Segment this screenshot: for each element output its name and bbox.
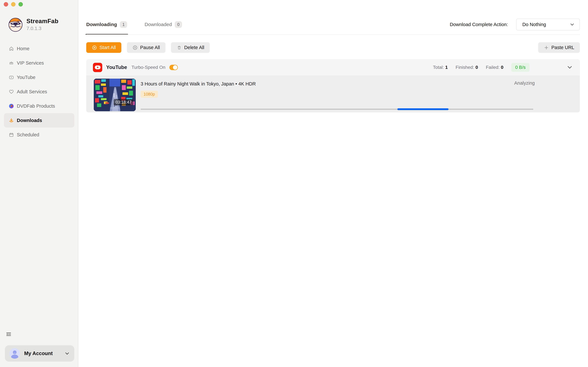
- window-controls: [4, 2, 23, 7]
- download-complete-action: Download Complete Action: Do Nothing: [450, 19, 580, 30]
- group-stats: Total:1 Finished:0 Failed:0 0 B/s: [433, 63, 573, 72]
- close-window-button[interactable]: [4, 2, 8, 7]
- quality-badge: 1080p: [141, 91, 158, 98]
- pause-circle-icon: [132, 45, 138, 50]
- my-account-button[interactable]: My Account: [5, 345, 74, 362]
- tab-downloading-count-badge: 1: [120, 21, 127, 28]
- tab-downloaded-count-badge: 0: [175, 21, 182, 28]
- sidebar-item-vip-services[interactable]: VIP Services: [4, 56, 74, 70]
- minimize-window-button[interactable]: [11, 2, 16, 7]
- pause-all-label: Pause All: [140, 45, 160, 50]
- streamfab-logo-icon: [8, 17, 23, 32]
- progress-segment: [398, 108, 449, 110]
- turbo-speed-toggle[interactable]: [169, 65, 178, 70]
- streamfab-window: StreamFab 7.0.1.3 Home VIP Services: [0, 0, 588, 367]
- download-complete-action-label: Download Complete Action:: [450, 22, 508, 27]
- video-thumbnail: 03:18:47: [94, 79, 136, 111]
- sidebar-item-home[interactable]: Home: [4, 42, 74, 56]
- tab-downloaded-label: Downloaded: [145, 22, 172, 27]
- tabs-underline-track: [86, 34, 580, 35]
- calendar-icon: [9, 132, 14, 137]
- sidebar-nav: Home VIP Services YouTube: [4, 42, 74, 142]
- chevron-down-icon: [570, 22, 575, 27]
- thumbnail-art: [94, 79, 136, 111]
- plus-icon: [544, 45, 549, 50]
- sidebar-item-youtube[interactable]: YouTube: [4, 70, 74, 84]
- main-content: Downloading 1 Downloaded 0 Download Comp…: [78, 0, 588, 367]
- sidebar: StreamFab 7.0.1.3 Home VIP Services: [0, 0, 78, 367]
- tab-downloaded[interactable]: Downloaded 0: [145, 14, 182, 35]
- video-title: 3 Hours of Rainy Night Walk in Tokyo, Ja…: [141, 81, 256, 87]
- sidebar-item-dvdfab-products[interactable]: DVDFab Products: [4, 99, 74, 113]
- my-account-label: My Account: [24, 350, 53, 356]
- tabs-header: Downloading 1 Downloaded 0 Download Comp…: [86, 0, 580, 35]
- heart-icon: [9, 89, 14, 94]
- app-name: StreamFab: [26, 18, 59, 25]
- start-all-button[interactable]: Start All: [86, 42, 121, 53]
- stat-total: Total:1: [433, 65, 448, 70]
- delete-all-button[interactable]: Delete All: [171, 42, 210, 53]
- speed-badge: 0 B/s: [511, 63, 529, 72]
- dvdfab-logo-icon: [9, 103, 14, 109]
- trash-icon: [177, 45, 182, 50]
- app-version: 7.0.1.3: [26, 26, 59, 31]
- sidebar-item-label: Adult Services: [17, 89, 47, 94]
- sidebar-item-scheduled[interactable]: Scheduled: [4, 128, 74, 142]
- paste-url-button[interactable]: Paste URL: [538, 42, 580, 53]
- collapse-sidebar-button[interactable]: [6, 332, 11, 337]
- download-complete-action-select[interactable]: Do Nothing: [516, 19, 580, 30]
- sidebar-item-adult-services[interactable]: Adult Services: [4, 84, 74, 99]
- crown-icon: [9, 60, 14, 66]
- tab-downloading-label: Downloading: [86, 22, 117, 27]
- youtube-download-group: YouTube Turbo-Speed On Total:1 Finished:…: [86, 59, 580, 112]
- tab-list: Downloading 1 Downloaded 0: [86, 14, 182, 35]
- download-icon: [9, 118, 14, 123]
- youtube-play-icon: [9, 75, 14, 80]
- turbo-speed-label: Turbo-Speed On: [131, 65, 165, 70]
- download-complete-action-value: Do Nothing: [522, 22, 546, 27]
- delete-all-label: Delete All: [184, 45, 204, 50]
- sidebar-item-label: Downloads: [17, 118, 42, 123]
- zoom-window-button[interactable]: [18, 2, 23, 7]
- sidebar-item-label: DVDFab Products: [17, 103, 55, 109]
- group-header[interactable]: YouTube Turbo-Speed On Total:1 Finished:…: [86, 59, 580, 75]
- paste-url-label: Paste URL: [551, 45, 574, 50]
- sidebar-item-label: Home: [17, 46, 29, 51]
- group-provider-name: YouTube: [106, 64, 127, 70]
- app-brand: StreamFab 7.0.1.3: [8, 17, 59, 32]
- stat-finished: Finished:0: [456, 65, 478, 70]
- start-all-label: Start All: [99, 45, 116, 50]
- toggle-knob: [173, 65, 177, 70]
- youtube-app-icon: [93, 63, 102, 72]
- stat-failed: Failed:0: [486, 65, 503, 70]
- pause-all-button[interactable]: Pause All: [127, 42, 165, 53]
- home-icon: [9, 46, 14, 51]
- sidebar-item-label: Scheduled: [17, 132, 39, 137]
- progress-bar: [141, 109, 533, 110]
- download-status: Analyzing: [514, 80, 535, 86]
- chevron-down-icon: [65, 351, 70, 356]
- sidebar-item-label: VIP Services: [17, 60, 44, 66]
- download-item-row[interactable]: 03:18:47 3 Hours of Rainy Night Walk in …: [86, 75, 580, 112]
- collapse-sidebar-icon: [6, 332, 11, 337]
- video-duration-badge: 03:18:47: [114, 99, 133, 105]
- toolbar: Start All Pause All Delete All: [86, 42, 580, 53]
- sidebar-item-downloads[interactable]: Downloads: [4, 113, 74, 128]
- video-info: 3 Hours of Rainy Night Walk in Tokyo, Ja…: [141, 81, 256, 98]
- play-circle-icon: [92, 45, 97, 50]
- group-collapse-chevron-icon[interactable]: [567, 64, 573, 70]
- sidebar-item-label: YouTube: [17, 75, 35, 80]
- tab-downloading[interactable]: Downloading 1: [86, 14, 127, 35]
- avatar: [9, 348, 20, 359]
